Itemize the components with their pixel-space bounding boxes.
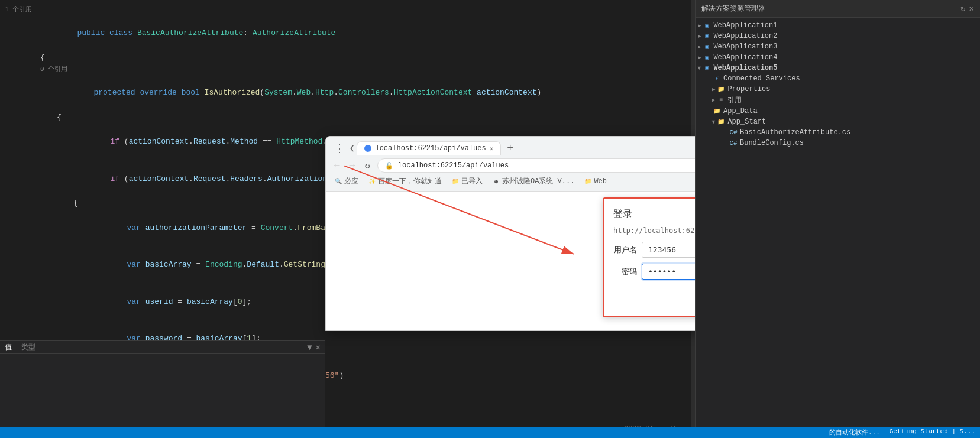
- bookmark-web[interactable]: 📁 Web: [581, 176, 609, 187]
- bookmark-imported[interactable]: 📁 已导入: [449, 175, 485, 187]
- browser-window: ⋮ ❮ localhost:62215/api/values ✕ + ← → ↻…: [325, 136, 695, 331]
- tree-item-references[interactable]: ▶ ≡ 引用: [696, 95, 980, 106]
- tree-item-webapp5[interactable]: ▶ ▣ WebApplication5: [696, 63, 980, 73]
- bookmark-oa[interactable]: ◕ 苏州诚隆OA系统 V...: [490, 175, 577, 187]
- arrow-icon: ▶: [698, 33, 701, 40]
- folder-icon: 📁: [716, 85, 726, 94]
- bottom-tab-value[interactable]: 值: [5, 342, 12, 352]
- refresh-btn[interactable]: ↻: [362, 158, 373, 173]
- password-input[interactable]: [642, 264, 695, 280]
- bookmark-baidu[interactable]: ✨ 百度一下，你就知道: [366, 175, 444, 187]
- forward-btn[interactable]: →: [347, 159, 358, 172]
- web-project-icon: ▣: [702, 31, 711, 41]
- url-text: localhost:62215/api/values: [398, 161, 509, 170]
- bottom-tab-type[interactable]: 类型: [21, 342, 35, 352]
- bookmark-biying[interactable]: 🔍 必应: [332, 175, 361, 187]
- tree-item-label: Connected Services: [723, 74, 800, 83]
- login-title: 登录: [613, 208, 695, 220]
- tree-item-connected-services[interactable]: ⚡ Connected Services: [696, 73, 980, 84]
- back-tab-btn[interactable]: ❮: [350, 143, 354, 153]
- se-sync-icon[interactable]: ↻: [960, 4, 965, 14]
- browser-tabs: ⋮ ❮ localhost:62215/api/values ✕ +: [332, 141, 695, 155]
- web-project-icon: ▣: [702, 63, 711, 73]
- bookmark-label: 苏州诚隆OA系统 V...: [502, 176, 574, 186]
- ref-count: 1 个引用: [5, 5, 40, 15]
- browser-nav: ← → ↻ 🔓 localhost:62215/api/values: [332, 158, 695, 173]
- references-icon: ≡: [716, 96, 726, 105]
- favicon: [364, 145, 371, 152]
- bookmark-label: 百度一下，你就知道: [378, 176, 442, 186]
- code-line: {: [0, 52, 695, 64]
- tree-item-properties[interactable]: ▶ 📁 Properties: [696, 84, 980, 95]
- panel-icons: ▼ ✕: [307, 342, 321, 352]
- tree-container: ▶ ▣ WebApplication1 ▶ ▣ WebApplication2 …: [696, 18, 980, 438]
- tree-item-label: App_Start: [727, 118, 766, 126]
- code-line: protected override bool IsAuthorized(Sys…: [0, 74, 695, 111]
- tab-title: localhost:62215/api/values: [375, 144, 486, 153]
- browser-content: 登录 http://localhost:62215 用户名 密码 登录 取消: [326, 192, 695, 330]
- cs-file-icon: C#: [729, 128, 738, 137]
- web-icon: 📁: [584, 177, 592, 186]
- se-close-icon[interactable]: ✕: [969, 4, 974, 14]
- arrow-icon: ▶: [696, 66, 703, 69]
- tree-item-bundle-config[interactable]: C# BundleConfig.cs: [696, 138, 980, 148]
- connected-services-icon: ⚡: [712, 74, 722, 83]
- password-field: 密码: [613, 264, 695, 280]
- pin-icon[interactable]: ▼: [307, 343, 312, 352]
- login-buttons: 登录 取消: [613, 288, 695, 307]
- folder-icon: 📁: [451, 177, 460, 186]
- active-browser-tab[interactable]: localhost:62215/api/values ✕: [357, 141, 501, 155]
- new-tab-btn[interactable]: +: [503, 142, 517, 154]
- login-dialog: 登录 http://localhost:62215 用户名 密码 登录 取消: [603, 197, 695, 317]
- tree-item-webapp2[interactable]: ▶ ▣ WebApplication2: [696, 31, 980, 41]
- oa-icon: ◕: [492, 177, 500, 186]
- code-line: 1 个引用: [0, 5, 695, 15]
- folder-icon: 📁: [712, 106, 722, 116]
- tree-item-label: App_Data: [723, 107, 758, 115]
- tree-item-webapp4[interactable]: ▶ ▣ WebApplication4: [696, 52, 980, 63]
- tree-item-label: WebApplication3: [713, 43, 777, 51]
- tab-close-btn[interactable]: ✕: [490, 145, 494, 153]
- tree-item-label: BundleConfig.cs: [740, 139, 804, 147]
- bottom-toolbar: 值 类型 ▼ ✕: [0, 341, 325, 354]
- tree-item-webapp3[interactable]: ▶ ▣ WebApplication3: [696, 41, 980, 52]
- login-url: http://localhost:62215: [613, 226, 695, 235]
- tree-item-label: WebApplication2: [713, 32, 777, 40]
- close-icon[interactable]: ✕: [316, 342, 321, 352]
- status-bar: 的自动化软件... Getting Started | S...: [0, 427, 980, 438]
- tree-item-basic-authorize[interactable]: C# BasicAuthorizeAttribute.cs: [696, 127, 980, 138]
- tree-item-label: BasicAuthorizeAttribute.cs: [740, 128, 850, 137]
- web-project-icon: ▣: [702, 53, 711, 62]
- code-line: {: [0, 112, 695, 124]
- tree-item-label: WebApplication5: [713, 64, 777, 72]
- tab-list-btn[interactable]: ⋮: [332, 142, 347, 155]
- lock-icon: 🔓: [385, 162, 393, 170]
- username-input[interactable]: [642, 242, 695, 258]
- code-editor: 1 个引用 public class BasicAuthorizeAttribu…: [0, 0, 695, 438]
- arrow-icon: ▶: [698, 54, 701, 61]
- tree-item-label: Properties: [727, 85, 770, 93]
- tree-item-app-start[interactable]: ▶ 📁 App_Start: [696, 116, 980, 127]
- tree-item-webapp1[interactable]: ▶ ▣ WebApplication1: [696, 20, 980, 31]
- tree-item-app-data[interactable]: 📁 App_Data: [696, 106, 980, 116]
- arrow-icon: ▶: [698, 44, 701, 50]
- arrow-icon: ▶: [710, 120, 717, 123]
- solution-explorer: 解决方案资源管理器 ↻ ✕ ▶ ▣ WebApplication1 ▶ ▣ We…: [695, 0, 980, 438]
- username-label: 用户名: [613, 245, 637, 255]
- web-project-icon: ▣: [702, 42, 711, 51]
- password-label: 密码: [613, 267, 637, 277]
- bottom-panel: 值 类型 ▼ ✕: [0, 340, 325, 438]
- browser-chrome: ⋮ ❮ localhost:62215/api/values ✕ + ← → ↻…: [326, 137, 695, 192]
- arrow-icon: ▶: [712, 86, 715, 93]
- web-project-icon: ▣: [702, 21, 711, 30]
- folder-icon: 📁: [716, 117, 726, 126]
- tree-item-label: WebApplication1: [713, 21, 777, 30]
- bookmark-label: 已导入: [461, 176, 483, 186]
- back-btn[interactable]: ←: [332, 159, 342, 172]
- code-line: public class BasicAuthorizeAttribute: Au…: [0, 15, 695, 52]
- address-bar[interactable]: 🔓 localhost:62215/api/values: [377, 158, 695, 173]
- solution-explorer-title: 解决方案资源管理器: [701, 4, 765, 14]
- baidu-icon: ✨: [368, 177, 376, 186]
- cs-file-icon: C#: [729, 138, 738, 148]
- status-item-automation: 的自动化软件...: [829, 428, 880, 437]
